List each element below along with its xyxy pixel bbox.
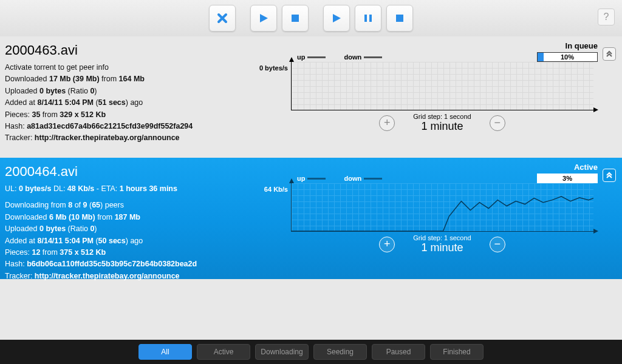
collapse-button[interactable] <box>603 47 616 61</box>
remove-button[interactable] <box>209 5 236 32</box>
filter-paused[interactable]: Paused <box>372 344 425 360</box>
chart: updown 64 Kb/s + Grid step: 1 second1 mi… <box>251 175 598 254</box>
filter-all[interactable]: All <box>138 344 192 360</box>
help-button[interactable]: ? <box>598 8 615 25</box>
filter-active[interactable]: Active <box>197 344 250 360</box>
svg-rect-3 <box>396 15 403 22</box>
zoom-in-button[interactable]: + <box>379 115 395 131</box>
zoom-out-button[interactable]: − <box>490 115 505 131</box>
start-button[interactable] <box>250 5 277 32</box>
collapse-button[interactable] <box>603 169 616 182</box>
filter-downloading[interactable]: Downloading <box>255 344 309 360</box>
torrent-row[interactable]: 2000463.avi In queue 10% Activate torren… <box>0 36 622 158</box>
torrent-row[interactable]: 2000464.avi Active 3% UL: 0 bytes/s DL: … <box>0 158 622 279</box>
status-label: Active <box>537 163 598 172</box>
zoom-out-button[interactable]: − <box>490 237 505 252</box>
pause-all-button[interactable] <box>355 5 381 32</box>
stop-all-button[interactable] <box>386 5 413 32</box>
filter-bar: All Active Downloading Seeding Paused Fi… <box>0 340 622 364</box>
filter-finished[interactable]: Finished <box>430 344 484 360</box>
status-label: In queue <box>537 41 598 50</box>
stop-button[interactable] <box>282 5 309 32</box>
filter-seeding[interactable]: Seeding <box>313 344 367 360</box>
svg-rect-1 <box>364 15 367 22</box>
svg-rect-0 <box>292 15 299 22</box>
chart: updown 0 bytes/s + Grid step: 1 second1 … <box>251 53 598 133</box>
zoom-in-button[interactable]: + <box>379 237 395 252</box>
start-all-button[interactable] <box>323 5 350 32</box>
toolbar: ? <box>0 0 622 36</box>
svg-rect-2 <box>369 15 372 22</box>
